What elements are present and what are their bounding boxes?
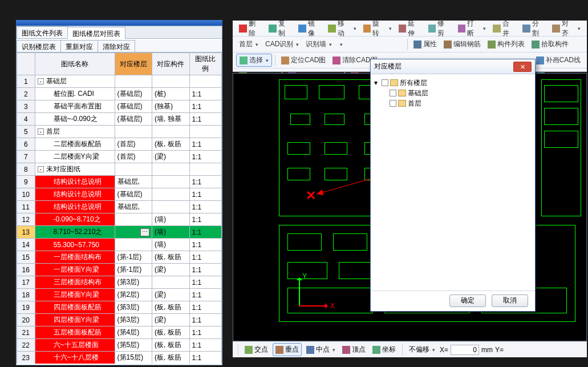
btn-move[interactable]: 移动 bbox=[325, 18, 359, 39]
btn-merge[interactable]: 合并 bbox=[490, 18, 518, 39]
action-clear[interactable]: 清除对应 bbox=[98, 40, 135, 52]
btn-pick-comp[interactable]: 拾取构件 bbox=[529, 38, 571, 50]
tree-toggle-icon[interactable]: - bbox=[38, 128, 44, 135]
btn-align[interactable]: 对齐 bbox=[549, 18, 583, 39]
dd-blank[interactable] bbox=[336, 41, 404, 49]
dd-cad-identify[interactable]: CAD识别 bbox=[262, 38, 302, 50]
btn-locate-cad[interactable]: 定位CAD图 bbox=[278, 54, 329, 66]
action-identify[interactable]: 识别楼层表 bbox=[17, 40, 61, 52]
table-row[interactable]: 18三层楼面Y向梁(第2层)(梁)1:1 bbox=[17, 289, 222, 301]
table-row[interactable]: 12-0.090~8.710之(墙)1:1 bbox=[17, 213, 222, 226]
toolbar-row-1: 删除 复制 镜像 移动 旋转 延伸 修剪 打断 合并 分割 对齐 bbox=[233, 21, 587, 37]
tree-item[interactable]: 基础层 bbox=[374, 88, 532, 98]
osnap-coord[interactable]: 坐标 bbox=[370, 344, 398, 356]
table-row[interactable]: 5-首层 bbox=[17, 126, 222, 138]
btn-edit-rebar[interactable]: 编辑钢筋 bbox=[441, 38, 484, 50]
main-tab-bar: 图纸文件列表 图纸楼层对照表 bbox=[17, 26, 222, 39]
btn-trim[interactable]: 修剪 bbox=[425, 18, 454, 39]
btn-props[interactable]: 属性 bbox=[411, 38, 440, 50]
table-row[interactable]: 4基础~-0.090之(基础层)(墙, 独基1:1 bbox=[17, 113, 222, 126]
dialog-titlebar[interactable]: 对应楼层 ✕ bbox=[371, 59, 535, 74]
dialog-ok-button[interactable]: 确定 bbox=[449, 295, 486, 307]
col-name[interactable]: 图纸名称 bbox=[35, 53, 115, 75]
svg-marker-1 bbox=[317, 189, 323, 195]
tab-file-list[interactable]: 图纸文件列表 bbox=[17, 26, 68, 38]
col-component[interactable]: 对应构件 bbox=[152, 53, 189, 75]
table-row[interactable]: 138.710~52.210之⋯(墙)1:1 bbox=[17, 226, 222, 239]
table-row[interactable]: 11结构设计总说明基础层,1:1 bbox=[17, 201, 222, 213]
table-row[interactable]: 15一层楼面结构布(第-1层)(板, 板筋1:1 bbox=[17, 251, 222, 264]
table-row[interactable]: 22六~十五层楼面(第5层)(板, 板筋1:1 bbox=[17, 339, 222, 352]
btn-comp-list[interactable]: 构件列表 bbox=[485, 38, 528, 50]
btn-copy[interactable]: 复制 bbox=[266, 18, 294, 39]
table-row[interactable]: 20四层楼面Y向梁(第3层)(梁)1:1 bbox=[17, 314, 222, 326]
tree-root[interactable]: ▾ 所有楼层 bbox=[374, 78, 532, 88]
coord-x-label: X= bbox=[440, 346, 448, 354]
btn-split[interactable]: 分割 bbox=[520, 18, 548, 39]
action-tab-bar: 识别楼层表 重新对应 清除对应 bbox=[17, 40, 222, 53]
tab-layer-map[interactable]: 图纸楼层对照表 bbox=[67, 27, 125, 39]
col-rownum bbox=[17, 53, 35, 75]
dd-floor[interactable]: 首层 bbox=[236, 38, 261, 50]
table-row[interactable]: 1455.300~57.750(墙)1:1 bbox=[17, 239, 222, 251]
osnap-intersection[interactable]: 交点 bbox=[242, 344, 270, 356]
coord-unit: mm bbox=[481, 346, 493, 354]
dialog-cancel-button[interactable]: 取消 bbox=[492, 295, 528, 307]
annotation-x-mark: ✕ bbox=[306, 188, 316, 203]
table-row[interactable]: 21五层楼面板配筋(第4层)(板, 板筋1:1 bbox=[17, 326, 222, 339]
table-row[interactable]: 17三层楼面结构布(第3层)1:1 bbox=[17, 276, 222, 289]
tree-toggle-icon[interactable]: - bbox=[38, 166, 44, 172]
dd-wall-identify[interactable]: 识别墙 bbox=[303, 38, 335, 50]
osnap-vertex[interactable]: 顶点 bbox=[340, 344, 368, 356]
btn-mirror[interactable]: 镜像 bbox=[295, 18, 324, 39]
osnap-perpendicular[interactable]: 垂点 bbox=[273, 343, 302, 356]
action-refresh[interactable]: 重新对应 bbox=[60, 40, 98, 52]
coord-x-input[interactable] bbox=[451, 345, 479, 355]
dialog-floor-map: 对应楼层 ✕ ▾ 所有楼层 基础层 首层 确定 取消 bbox=[370, 59, 536, 312]
tree-toggle-icon[interactable]: - bbox=[38, 78, 44, 84]
btn-break[interactable]: 打断 bbox=[455, 18, 489, 39]
dialog-title-text: 对应楼层 bbox=[374, 62, 513, 71]
table-row[interactable]: 1-基础层 bbox=[17, 75, 222, 88]
col-floor[interactable]: 对应楼层 bbox=[115, 53, 152, 75]
table-row[interactable]: 9结构设计总说明基础层,1:1 bbox=[17, 176, 222, 188]
table-row[interactable]: 19四层楼面板配筋(第3层)(板, 板筋1:1 bbox=[17, 301, 222, 314]
table-row[interactable]: 6二层楼面板配筋(首层)(板, 板筋1:1 bbox=[17, 138, 222, 151]
cell-more-button[interactable]: ⋯ bbox=[140, 228, 149, 236]
btn-delete[interactable]: 删除 bbox=[236, 18, 265, 39]
drawing-grid[interactable]: 图纸名称 对应楼层 对应构件 图纸比例 1-基础层2桩位图. CADI(基础层)… bbox=[17, 53, 222, 364]
btn-extend[interactable]: 延伸 bbox=[396, 18, 424, 39]
table-row[interactable]: 2桩位图. CADI(基础层)(桩)1:1 bbox=[17, 88, 222, 100]
tree-item[interactable]: 首层 bbox=[374, 98, 532, 108]
col-ratio[interactable]: 图纸比例 bbox=[189, 53, 221, 75]
dialog-close-button[interactable]: ✕ bbox=[513, 62, 532, 72]
btn-rotate[interactable]: 旋转 bbox=[360, 18, 395, 39]
coord-y-label: Y= bbox=[495, 346, 504, 354]
table-row[interactable]: 10结构设计总说明(基础层)1:1 bbox=[17, 188, 222, 201]
btn-select[interactable]: 选择 bbox=[236, 54, 272, 67]
table-row[interactable]: 16一层楼面Y向梁(第-1层)(梁)1:1 bbox=[17, 264, 222, 276]
offset-mode[interactable]: 不偏移 bbox=[407, 344, 437, 356]
osnap-midpoint[interactable]: 中点 bbox=[304, 344, 338, 356]
table-row[interactable]: 8-未对应图纸 bbox=[17, 163, 222, 176]
table-row[interactable]: 3基础平面布置图(基础层)(独基)1:1 bbox=[17, 100, 222, 113]
table-row[interactable]: 7二层楼面Y向梁(首层)(梁)1:1 bbox=[17, 151, 222, 163]
left-panel: 图纸文件列表 图纸楼层对照表 识别楼层表 重新对应 清除对应 图纸名称 对应楼层… bbox=[16, 26, 222, 365]
table-row[interactable]: 23十六~十八层楼(第15层)(板, 板筋1:1 bbox=[17, 352, 222, 364]
dialog-body: ▾ 所有楼层 基础层 首层 bbox=[371, 74, 535, 291]
status-bar: 交点 垂点 中点 顶点 坐标 不偏移 X= mm Y= bbox=[233, 341, 587, 357]
btn-redraw-cad[interactable]: 补画CAD线 bbox=[533, 54, 583, 66]
